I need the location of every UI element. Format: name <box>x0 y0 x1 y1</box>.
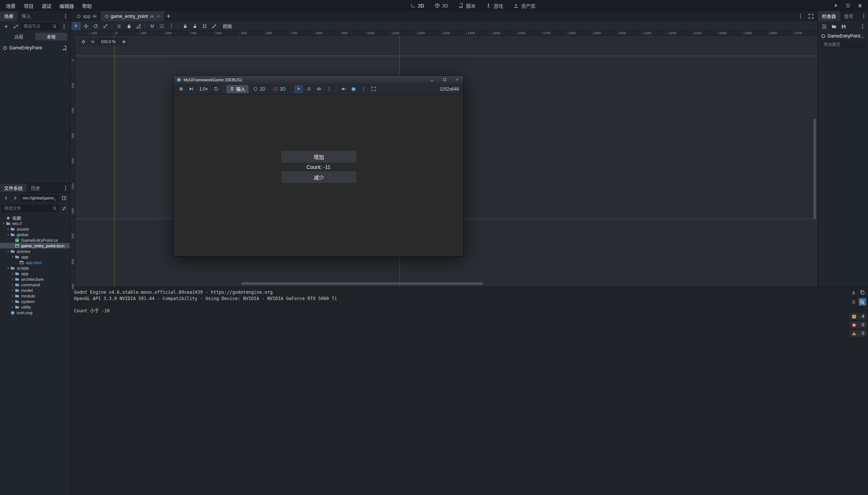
next-frame-icon[interactable] <box>187 85 195 93</box>
inspector-tab-inspector[interactable]: 检查器 <box>818 11 840 21</box>
inspected-node-row[interactable]: GameEntryPoint... <box>818 32 868 40</box>
copy-output-icon[interactable] <box>859 289 866 296</box>
inspector-tabs-menu-icon[interactable] <box>859 12 868 20</box>
remote-button[interactable]: 远程 <box>3 33 35 40</box>
workspace-game[interactable]: 游戏 <box>482 1 508 10</box>
select-mode-options-icon[interactable] <box>324 85 333 93</box>
new-scene-tab-icon[interactable] <box>164 12 173 20</box>
scene-tree-root-node[interactable]: GameEntryPoint <box>0 45 70 51</box>
distraction-free-icon[interactable] <box>806 12 815 20</box>
expand-icon[interactable] <box>10 289 14 292</box>
property-filter-box[interactable] <box>820 41 866 48</box>
speed-dropdown[interactable]: 1.0× <box>197 87 211 92</box>
expand-icon[interactable] <box>10 278 14 281</box>
tab-app[interactable]: app <box>73 11 101 21</box>
list-select-tool-icon[interactable] <box>114 22 123 30</box>
game-menu-icon[interactable] <box>359 85 368 93</box>
filesystem-tab-filesystem[interactable]: 文件系统 <box>0 183 27 192</box>
help-menu[interactable]: 帮助 <box>78 1 95 10</box>
fs-item-model[interactable]: model <box>0 287 70 293</box>
history-forward-icon[interactable] <box>10 194 19 202</box>
pan-tool-icon[interactable] <box>124 22 133 30</box>
fs-item-app.tscn[interactable]: app.tscn <box>0 260 70 265</box>
add-node-icon[interactable] <box>1 22 10 30</box>
save-resource-icon[interactable] <box>839 22 848 30</box>
messages-counter[interactable]: 4 <box>849 313 867 320</box>
decrement-button[interactable]: 减少 <box>281 171 357 183</box>
lock-node-icon[interactable] <box>181 22 190 30</box>
restart-game-icon[interactable] <box>843 1 852 10</box>
inspector-menu-icon[interactable] <box>858 22 867 30</box>
filesystem-tabs-menu-icon[interactable] <box>61 184 70 192</box>
horizontal-ruler[interactable]: -100010020030040050060070080090010001100… <box>75 31 817 36</box>
inspector-tab-signals[interactable]: 信号 <box>840 11 858 21</box>
scene-dock-tabs-menu-icon[interactable] <box>61 12 70 20</box>
fs-item-utility[interactable]: utility <box>0 304 70 310</box>
mute-audio-icon[interactable] <box>339 85 348 93</box>
scene-dock-menu-icon[interactable] <box>59 22 68 30</box>
window-minimize-icon[interactable] <box>425 76 438 84</box>
pick-window-icon[interactable] <box>832 1 841 10</box>
debug-menu[interactable]: 调试 <box>38 1 55 10</box>
fs-item-scenes[interactable]: scenes <box>0 248 70 254</box>
fs-item-assets[interactable]: assets <box>0 226 70 232</box>
fs-item-system[interactable]: system <box>0 299 70 304</box>
window-close-icon[interactable] <box>451 76 463 84</box>
fs-item-icon.svg[interactable]: icon.svg <box>0 310 70 315</box>
scene-tabs-menu-icon[interactable] <box>796 12 805 20</box>
node-pick-list-icon[interactable] <box>304 85 313 93</box>
workspace-3d[interactable]: 3D <box>430 2 453 10</box>
visibility-toggle-icon[interactable] <box>314 85 323 93</box>
window-maximize-icon[interactable] <box>438 76 451 84</box>
fullscreen-toggle-icon[interactable] <box>369 85 378 93</box>
instance-scene-icon[interactable] <box>11 22 20 30</box>
collapse-icon[interactable] <box>6 250 10 253</box>
fs-item-favorites[interactable]: 收藏: <box>0 215 70 221</box>
fs-item-module[interactable]: module <box>0 293 70 299</box>
scroll-to-bottom-icon[interactable] <box>850 289 858 296</box>
view-menu[interactable]: 视图 <box>219 23 235 30</box>
output-filter-list-icon[interactable] <box>850 298 858 306</box>
scene-filter-input[interactable] <box>23 24 51 29</box>
input-toggle-button[interactable]: 输入 <box>226 85 249 93</box>
expand-icon[interactable] <box>10 283 14 286</box>
file-filter-input[interactable] <box>3 206 51 211</box>
search-output-icon[interactable] <box>859 298 866 306</box>
horizontal-scrollbar[interactable] <box>242 282 483 285</box>
errors-counter[interactable]: 0 <box>849 322 867 328</box>
current-path-input[interactable] <box>22 195 57 201</box>
unlock-node-icon[interactable] <box>190 22 199 30</box>
scale-tool-icon[interactable] <box>101 22 110 30</box>
vertical-ruler[interactable]: 0100200300400500600700800900 <box>70 35 75 287</box>
select-tool-icon[interactable] <box>72 22 81 30</box>
expand-icon[interactable] <box>10 300 14 303</box>
workspace-2d[interactable]: 2D <box>406 2 429 10</box>
filesystem-tab-history[interactable]: 历史 <box>27 183 44 192</box>
fs-item-app[interactable]: app <box>0 254 70 260</box>
game-select-mode-icon[interactable] <box>294 85 303 93</box>
collapse-icon[interactable] <box>6 233 10 236</box>
camera-2d-toggle-button[interactable]: 2D <box>250 85 269 93</box>
editor-menu[interactable]: 编辑器 <box>56 1 78 10</box>
fs-item-command[interactable]: command <box>0 282 70 287</box>
warnings-counter[interactable]: 0 <box>849 330 867 337</box>
fs-item-gameentrypoint.cs[interactable]: C#GameEntryPoint.cs <box>0 237 70 243</box>
close-tab-icon[interactable] <box>156 14 161 19</box>
script-icon[interactable] <box>62 46 67 51</box>
center-view-icon[interactable] <box>79 38 87 45</box>
workspace-assetlib[interactable]: 资产库 <box>509 1 540 10</box>
game-window-titlebar[interactable]: MyGFrameworkGame (DEBUG) <box>174 76 463 84</box>
skeleton-options-icon[interactable] <box>210 22 218 30</box>
file-filter-box[interactable] <box>1 205 59 212</box>
path-box[interactable] <box>20 195 59 202</box>
fs-item-architecture[interactable]: architecture <box>0 276 70 282</box>
pause-game-icon[interactable] <box>176 85 185 93</box>
scene-dock-tab-import[interactable]: 导入 <box>17 11 35 21</box>
zoom-out-button[interactable] <box>88 38 97 45</box>
zoom-in-button[interactable] <box>120 38 128 45</box>
project-menu[interactable]: 项目 <box>20 1 37 10</box>
embed-options-icon[interactable] <box>349 85 358 93</box>
expand-icon[interactable] <box>6 228 10 231</box>
collapse-icon[interactable] <box>1 222 6 225</box>
load-resource-icon[interactable] <box>829 22 838 30</box>
